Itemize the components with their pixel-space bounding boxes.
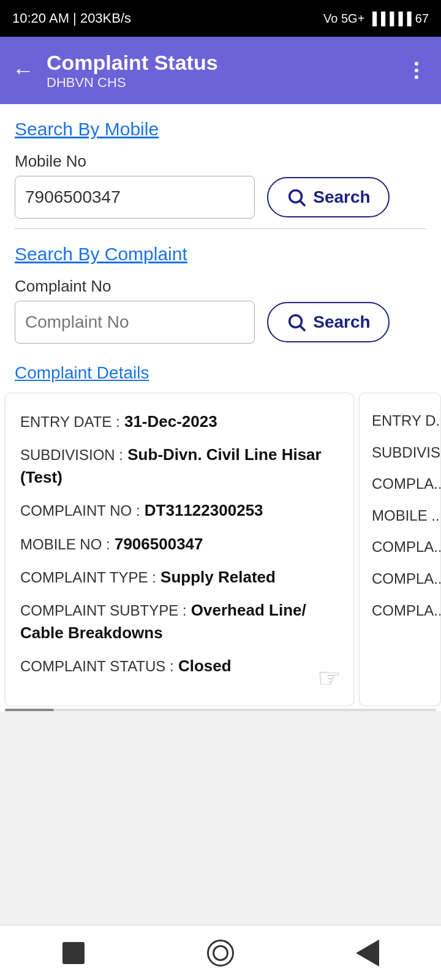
card-mobile-no-row: MOBILE NO : 7906500347 xyxy=(20,533,339,555)
complaint-type-value: Supply Related xyxy=(160,568,276,586)
search-icon-complaint xyxy=(286,312,307,333)
complaint-no-value: DT31122300253 xyxy=(145,501,263,519)
complaint-no-label: COMPLAINT NO : xyxy=(20,502,140,519)
search-by-mobile-title[interactable]: Search By Mobile xyxy=(15,119,159,140)
entry-date-label: ENTRY DATE : xyxy=(20,413,120,430)
subdivision-label: SUBDIVISION : xyxy=(20,447,123,463)
svg-line-3 xyxy=(301,326,306,331)
partial-status: COMPLA... xyxy=(372,600,433,621)
partial-complaint-no: COMPLA... xyxy=(372,473,433,494)
complaint-search-label: Search xyxy=(313,312,370,332)
stop-icon xyxy=(62,942,85,964)
svg-point-0 xyxy=(290,190,302,203)
svg-point-2 xyxy=(290,315,302,328)
main-content: Search By Mobile Mobile No Search Search… xyxy=(0,104,441,711)
complaint-subtype-label: COMPLAINT SUBTYPE : xyxy=(20,602,187,619)
card-complaint-status-row: COMPLAINT STATUS : Closed xyxy=(20,655,339,677)
complaint-type-label: COMPLAINT TYPE : xyxy=(20,569,156,586)
battery-level: 67 xyxy=(415,12,429,26)
swipe-hint-icon: ☞ xyxy=(317,662,341,693)
battery-text: 67 xyxy=(415,12,429,25)
complaint-status-label: COMPLAINT STATUS : xyxy=(20,658,174,674)
svg-line-1 xyxy=(301,201,306,206)
nav-home-button[interactable] xyxy=(207,940,234,967)
complaint-card-1: ENTRY DATE : 31-Dec-2023 SUBDIVISION : S… xyxy=(5,393,354,706)
cards-wrapper: ENTRY DATE : 31-Dec-2023 SUBDIVISION : S… xyxy=(0,393,441,706)
mobile-input-row: Search xyxy=(15,176,426,219)
app-bar-title: Complaint Status xyxy=(47,50,404,75)
complaint-details-link[interactable]: Complaint Details xyxy=(15,363,149,383)
card-complaint-subtype-row: COMPLAINT SUBTYPE : Overhead Line/ Cable… xyxy=(20,599,339,644)
scroll-track xyxy=(5,709,436,711)
complaint-field-label: Complaint No xyxy=(15,277,426,296)
nav-back-button[interactable] xyxy=(354,940,381,967)
complaint-search-button[interactable]: Search xyxy=(267,302,390,342)
mobile-search-button[interactable]: Search xyxy=(267,177,390,217)
status-bar: 10:20 AM | 203KB/s Vo 5G+ ▐▐▐▐▐ 67 xyxy=(0,0,441,37)
card-mobile-value: 7906500347 xyxy=(115,535,203,553)
back-icon xyxy=(356,940,379,967)
complaint-input[interactable] xyxy=(15,301,255,344)
dot3 xyxy=(415,75,418,79)
app-bar: ← Complaint Status DHBVN CHS xyxy=(0,37,441,104)
card-mobile-label: MOBILE NO : xyxy=(20,536,110,552)
app-bar-title-group: Complaint Status DHBVN CHS xyxy=(47,50,404,91)
dot2 xyxy=(415,69,418,72)
card-complaint-no-row: COMPLAINT NO : DT31122300253 xyxy=(20,499,339,521)
partial-subtype: COMPLA... xyxy=(372,568,433,589)
status-time: 10:20 AM | 203KB/s xyxy=(12,10,131,26)
status-icons: Vo 5G+ ▐▐▐▐▐ 67 xyxy=(323,12,429,26)
partial-mobile: MOBILE ... xyxy=(372,505,433,526)
card-entry-date-row: ENTRY DATE : 31-Dec-2023 xyxy=(20,410,339,432)
card-complaint-type-row: COMPLAINT TYPE : Supply Related xyxy=(20,566,339,588)
bottom-empty-area xyxy=(0,714,441,959)
complaint-card-2-partial: ENTRY D... SUBDIVIS... COMPLA... MOBILE … xyxy=(359,393,441,706)
mobile-field-label: Mobile No xyxy=(15,152,426,171)
partial-type: COMPLA... xyxy=(372,537,433,557)
dot1 xyxy=(415,62,418,66)
back-button[interactable]: ← xyxy=(12,58,34,83)
search-icon-mobile xyxy=(286,187,307,208)
nav-stop-button[interactable] xyxy=(60,940,87,967)
more-options-button[interactable] xyxy=(404,62,429,79)
partial-subdivision: SUBDIVIS... xyxy=(372,442,433,463)
scroll-thumb[interactable] xyxy=(5,709,54,711)
complaint-status-value: Closed xyxy=(178,657,232,675)
network-indicator: Vo 5G+ ▐▐▐▐▐ xyxy=(323,12,412,26)
home-icon xyxy=(207,940,234,967)
partial-entry-date: ENTRY D... xyxy=(372,410,433,431)
card-subdivision-row: SUBDIVISION : Sub-Divn. Civil Line Hisar… xyxy=(20,443,339,488)
nav-bar xyxy=(0,925,441,980)
search-by-complaint-title[interactable]: Search By Complaint xyxy=(15,244,187,265)
search-by-mobile-section: Search By Mobile Mobile No Search xyxy=(0,104,441,228)
search-by-complaint-section: Search By Complaint Complaint No Search xyxy=(0,229,441,353)
complaint-input-row: Search xyxy=(15,301,426,344)
mobile-input[interactable] xyxy=(15,176,255,219)
entry-date-value: 31-Dec-2023 xyxy=(124,412,217,431)
app-bar-subtitle: DHBVN CHS xyxy=(47,75,404,91)
mobile-search-label: Search xyxy=(313,187,370,207)
